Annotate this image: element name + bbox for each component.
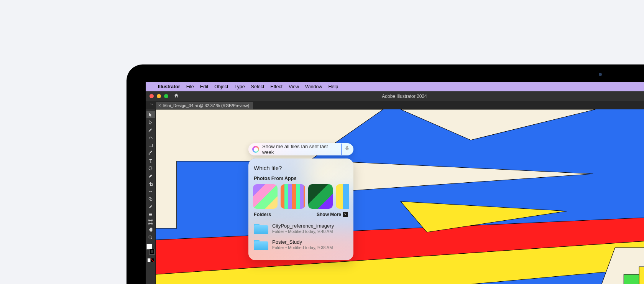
photos-section-header: Photos From Apps bbox=[254, 176, 348, 181]
gradient-tool[interactable] bbox=[146, 211, 155, 218]
tool-panel bbox=[146, 109, 156, 284]
home-icon[interactable] bbox=[174, 93, 179, 99]
svg-point-7 bbox=[149, 236, 151, 238]
svg-rect-2 bbox=[150, 183, 152, 185]
hand-tool[interactable] bbox=[146, 226, 155, 233]
paintbrush-tool[interactable] bbox=[146, 149, 155, 157]
microphone-icon[interactable] bbox=[345, 145, 350, 153]
spotlight-overlay: Show me all files Ian sent last week Whi… bbox=[248, 143, 353, 260]
spotlight-prompt: Which file? bbox=[254, 165, 348, 171]
stroke-swatch[interactable] bbox=[149, 249, 155, 254]
camera-dot bbox=[599, 73, 602, 76]
folder-icon bbox=[254, 239, 268, 250]
eyedropper-tool[interactable] bbox=[146, 203, 155, 210]
folder-meta: Folder • Modified today, 9:38 AM bbox=[272, 245, 333, 250]
spotlight-search-bar[interactable]: Show me all files Ian sent last week bbox=[248, 143, 353, 155]
menubar-window[interactable]: Window bbox=[305, 84, 322, 89]
eraser-tool[interactable] bbox=[146, 172, 155, 180]
chevron-right-icon bbox=[343, 212, 348, 217]
folder-meta: Folder • Modified today, 9:40 AM bbox=[272, 229, 334, 234]
menubar-edit[interactable]: Edit bbox=[200, 84, 209, 89]
menubar-view[interactable]: View bbox=[289, 84, 299, 89]
siri-icon bbox=[252, 146, 259, 153]
artboard-tool[interactable] bbox=[146, 218, 155, 226]
spotlight-query[interactable]: Show me all files Ian sent last week bbox=[262, 144, 342, 155]
menubar-type[interactable]: Type bbox=[235, 84, 245, 89]
svg-rect-0 bbox=[149, 144, 152, 147]
minimize-window-button[interactable] bbox=[157, 94, 161, 98]
screen: Illustrator File Edit Object Type Select… bbox=[146, 82, 644, 284]
tab-overflow-icon[interactable]: ›› bbox=[147, 101, 156, 109]
menubar-select[interactable]: Select bbox=[251, 84, 264, 89]
window-titlebar: Adobe Illustrator 2024 bbox=[146, 91, 644, 101]
svg-rect-20 bbox=[639, 267, 644, 284]
pen-tool[interactable] bbox=[146, 126, 155, 134]
shape-builder-tool[interactable] bbox=[146, 195, 155, 203]
folder-result-item[interactable]: CityPop_reference_imagery Folder • Modif… bbox=[253, 220, 349, 236]
folder-name: CityPop_reference_imagery bbox=[272, 223, 334, 229]
photo-thumbnail[interactable] bbox=[308, 184, 333, 209]
traffic-lights bbox=[150, 94, 168, 98]
menubar: Illustrator File Edit Object Type Select… bbox=[146, 82, 644, 91]
photo-thumbnail[interactable] bbox=[336, 184, 349, 209]
folder-name: Poster_Study bbox=[272, 239, 333, 245]
scale-tool[interactable] bbox=[146, 180, 155, 187]
photos-thumbnail-row bbox=[253, 184, 349, 209]
menubar-object[interactable]: Object bbox=[214, 84, 228, 89]
svg-rect-5 bbox=[149, 213, 152, 215]
close-tab-icon[interactable]: × bbox=[158, 103, 161, 108]
type-tool[interactable] bbox=[146, 157, 155, 164]
svg-rect-8 bbox=[148, 258, 150, 262]
rectangle-tool[interactable] bbox=[146, 142, 155, 149]
document-tabbar: ›› × Mini_Design_04.ai @ 32.37 % (RGB/Pr… bbox=[146, 101, 644, 109]
menubar-effect[interactable]: Effect bbox=[270, 84, 283, 89]
artboard-canvas[interactable] bbox=[156, 109, 644, 284]
fill-stroke-swatches[interactable] bbox=[146, 244, 155, 254]
svg-rect-1 bbox=[149, 182, 150, 183]
direct-selection-tool[interactable] bbox=[146, 119, 155, 126]
selection-tool[interactable] bbox=[146, 111, 155, 118]
photo-thumbnail[interactable] bbox=[253, 184, 278, 209]
svg-rect-6 bbox=[149, 221, 152, 224]
maximize-window-button[interactable] bbox=[164, 94, 168, 98]
close-window-button[interactable] bbox=[150, 94, 154, 98]
window-title: Adobe Illustrator 2024 bbox=[328, 94, 481, 99]
menubar-help[interactable]: Help bbox=[328, 84, 338, 89]
zoom-tool[interactable] bbox=[146, 234, 155, 241]
svg-rect-21 bbox=[347, 147, 348, 149]
photo-thumbnail[interactable] bbox=[281, 184, 305, 209]
spotlight-result-panel: Which file? Photos From Apps Folders Sho… bbox=[248, 159, 353, 260]
menubar-file[interactable]: File bbox=[186, 84, 194, 89]
menubar-app-name[interactable]: Illustrator bbox=[158, 84, 180, 89]
folders-section-header: Folders Show More bbox=[254, 212, 348, 217]
width-tool[interactable] bbox=[146, 188, 155, 195]
monitor-frame: Illustrator File Edit Object Type Select… bbox=[127, 64, 644, 284]
color-mode-toggle[interactable] bbox=[146, 256, 155, 264]
svg-point-4 bbox=[150, 198, 152, 200]
folder-result-item[interactable]: Poster_Study Folder • Modified today, 9:… bbox=[253, 236, 349, 253]
document-tab-label: Mini_Design_04.ai @ 32.37 % (RGB/Preview… bbox=[163, 103, 250, 108]
folder-icon bbox=[254, 223, 268, 234]
document-tab[interactable]: × Mini_Design_04.ai @ 32.37 % (RGB/Previ… bbox=[156, 102, 253, 109]
show-more-button[interactable]: Show More bbox=[317, 212, 348, 217]
rotate-tool[interactable] bbox=[146, 165, 155, 172]
workspace bbox=[146, 109, 644, 284]
svg-point-3 bbox=[149, 197, 151, 199]
curvature-tool[interactable] bbox=[146, 134, 155, 141]
